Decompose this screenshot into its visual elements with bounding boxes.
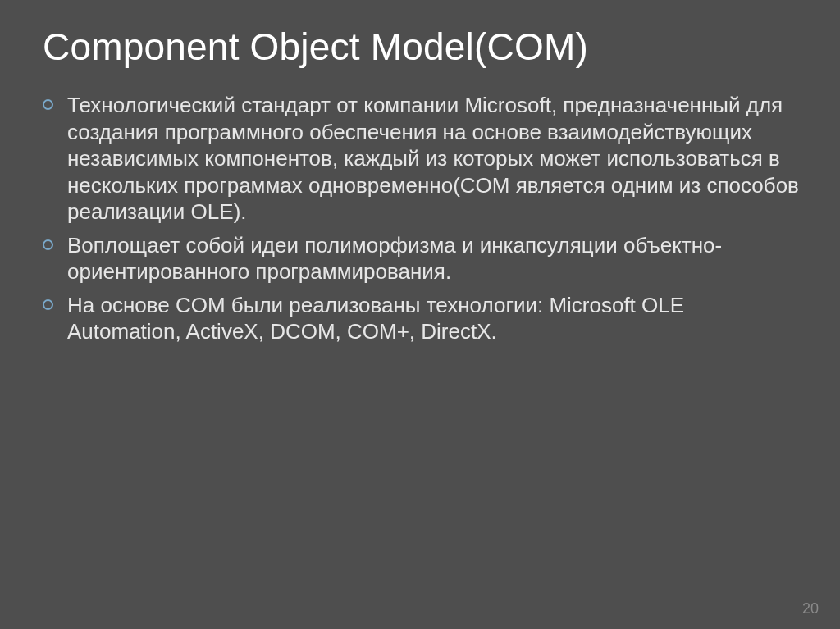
- bullet-list: Технологический стандарт от компании Mic…: [41, 92, 799, 345]
- bullet-text: На основе COM были реализованы технологи…: [67, 293, 684, 344]
- slide: Component Object Model(COM) Технологичес…: [0, 0, 840, 629]
- page-number: 20: [802, 600, 819, 618]
- list-item: Воплощает собой идеи полиморфизма и инка…: [41, 232, 799, 285]
- slide-title: Component Object Model(COM): [43, 25, 799, 69]
- bullet-text: Технологический стандарт от компании Mic…: [67, 93, 799, 224]
- bullet-text: Воплощает собой идеи полиморфизма и инка…: [67, 233, 722, 285]
- list-item: На основе COM были реализованы технологи…: [41, 292, 799, 345]
- list-item: Технологический стандарт от компании Mic…: [41, 92, 799, 226]
